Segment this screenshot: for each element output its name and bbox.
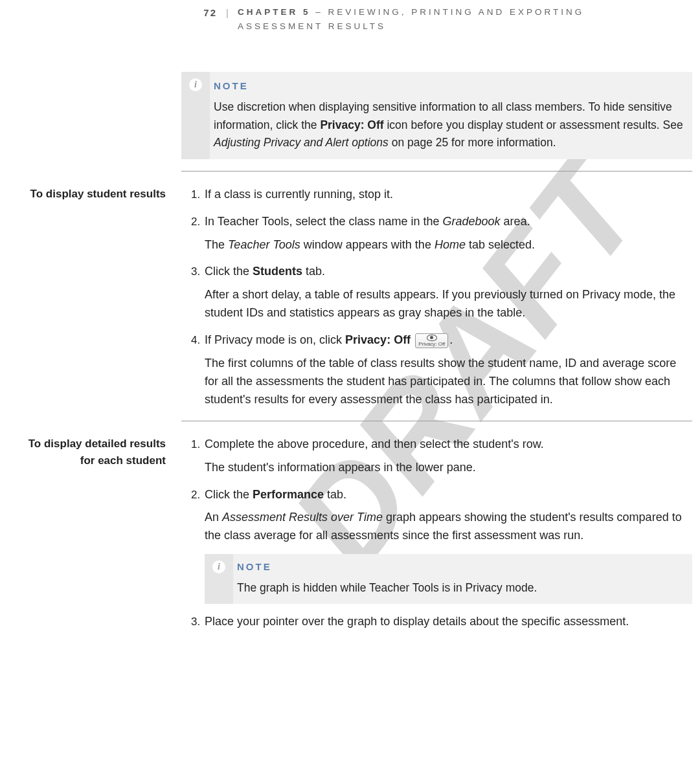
- note-text: The graph is hidden while Teacher Tools …: [237, 579, 687, 597]
- step-text-part: The: [205, 238, 228, 251]
- info-icon: i: [189, 78, 202, 91]
- step-item: Place your pointer over the graph to dis…: [203, 613, 692, 631]
- step-italic-teacher-tools: Teacher Tools: [228, 238, 300, 251]
- step-text: Click the Performance tab.: [205, 486, 692, 504]
- chapter-number: CHAPTER 5: [238, 7, 311, 17]
- side-heading-display-student-results: To display student results: [0, 186, 166, 203]
- side-heading-line: for each student: [80, 454, 166, 467]
- privacy-icon-label: Privacy: Off: [418, 342, 445, 347]
- note-text: Use discretion when displaying sensitive…: [214, 98, 687, 151]
- step-text-part: In Teacher Tools, select the class name …: [205, 215, 443, 228]
- note-bold-privacy: Privacy: Off: [320, 118, 383, 131]
- step-subtext: After a short delay, a table of results …: [205, 286, 692, 322]
- side-heading-line: To display detailed results: [28, 438, 166, 450]
- step-text: Click the Students tab.: [205, 263, 692, 281]
- section-divider: [181, 421, 692, 421]
- steps-list: Complete the above procedure, and then s…: [181, 436, 692, 631]
- step-text-part: An: [205, 511, 222, 524]
- step-item: Click the Performance tab. An Assessment…: [203, 486, 692, 604]
- step-item: If Privacy mode is on, click Privacy: Of…: [203, 331, 692, 409]
- note-heading: NOTE: [214, 78, 687, 93]
- step-bold-students: Students: [253, 265, 302, 278]
- step-text: If Privacy mode is on, click Privacy: Of…: [205, 331, 692, 349]
- step-item: Click the Students tab. After a short de…: [203, 263, 692, 322]
- step-italic-home: Home: [435, 238, 466, 251]
- step-bold-privacy-off: Privacy: Off: [345, 333, 411, 346]
- section-divider: [181, 171, 692, 172]
- note-italic-reference: Adjusting Privacy and Alert options: [214, 136, 389, 149]
- steps-list: If a class is currently running, stop it…: [181, 186, 692, 409]
- header-separator: |: [217, 5, 238, 20]
- step-text: Complete the above procedure, and then s…: [205, 436, 692, 454]
- eye-icon: [427, 335, 437, 341]
- step-subtext: The student's information appears in the…: [205, 459, 692, 477]
- step-text: If a class is currently running, stop it…: [205, 186, 692, 204]
- info-icon: i: [212, 560, 225, 573]
- note-text-part: icon before you display student or asses…: [384, 118, 683, 131]
- note-callout: i NOTE The graph is hidden while Teacher…: [205, 554, 692, 603]
- step-text-part: tab selected.: [466, 238, 535, 251]
- note-icon-cell: i: [181, 72, 210, 159]
- note-icon-cell: i: [205, 554, 233, 603]
- page-header: 72 | CHAPTER 5 – REVIEWING, PRINTING AND…: [181, 0, 692, 33]
- step-text-part: Click the: [205, 265, 253, 278]
- step-italic-gradebook: Gradebook: [443, 215, 501, 228]
- step-text-part: area.: [501, 215, 530, 228]
- note-callout: i NOTE Use discretion when displaying se…: [181, 72, 692, 159]
- page-number: 72: [181, 5, 217, 20]
- step-text-part: window appears with the: [300, 238, 435, 251]
- step-bold-performance: Performance: [253, 488, 324, 501]
- step-text: Place your pointer over the graph to dis…: [205, 613, 692, 631]
- step-subtext: An Assessment Results over Time graph ap…: [205, 509, 692, 545]
- step-text-part: tab.: [324, 488, 346, 501]
- privacy-off-icon: Privacy: Off: [415, 333, 448, 348]
- side-heading-display-detailed-results: To display detailed results for each stu…: [0, 436, 166, 470]
- chapter-title: CHAPTER 5 – REVIEWING, PRINTING AND EXPO…: [238, 5, 692, 33]
- step-text-part: If Privacy mode is on, click: [205, 333, 345, 346]
- note-text-part: on page 25 for more information.: [389, 136, 556, 149]
- step-item: If a class is currently running, stop it…: [203, 186, 692, 204]
- step-text-part: .: [449, 333, 453, 346]
- step-text-part: tab.: [302, 265, 325, 278]
- step-subtext: The first columns of the table of class …: [205, 355, 692, 409]
- step-subtext: The Teacher Tools window appears with th…: [205, 236, 692, 254]
- step-item: Complete the above procedure, and then s…: [203, 436, 692, 477]
- step-text: In Teacher Tools, select the class name …: [205, 213, 692, 231]
- step-item: In Teacher Tools, select the class name …: [203, 213, 692, 254]
- step-text-part: Click the: [205, 488, 253, 501]
- note-heading: NOTE: [237, 559, 687, 574]
- step-italic-assessment-results: Assessment Results over Time: [222, 511, 383, 524]
